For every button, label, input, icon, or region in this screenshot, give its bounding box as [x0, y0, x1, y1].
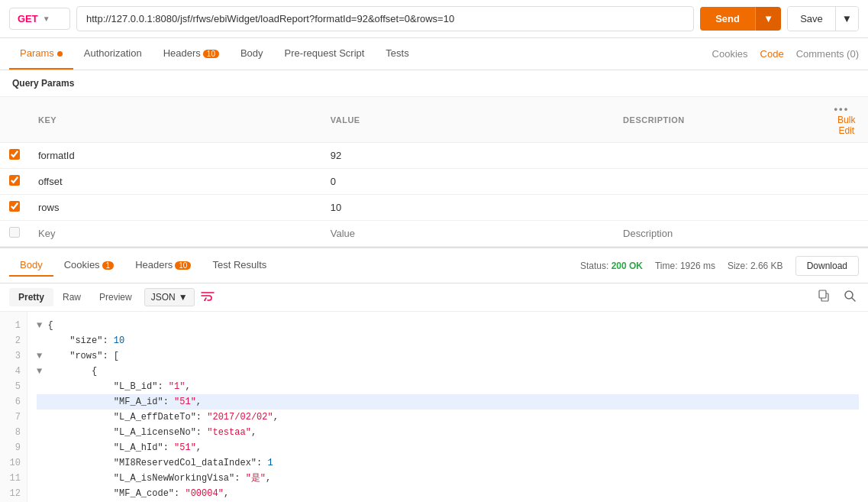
tab-headers-label: Headers	[163, 47, 201, 59]
json-line: "MF_A_id": "51",	[37, 394, 859, 410]
json-content[interactable]: ▼ { "size": 10▼ "rows": [▼ { "L_B_id": "…	[27, 312, 868, 502]
send-button[interactable]: Send	[700, 7, 755, 31]
table-row	[0, 195, 868, 221]
resp-tab-headers[interactable]: Headers10	[124, 254, 202, 277]
code-link[interactable]: Code	[760, 48, 784, 60]
col-checkbox-header	[0, 97, 29, 143]
new-key-input[interactable]	[38, 228, 312, 239]
svg-rect-1	[819, 290, 826, 298]
col-value-header: VALUE	[321, 97, 614, 143]
row-checkbox[interactable]	[9, 149, 20, 160]
value-input[interactable]	[331, 150, 605, 161]
desc-input[interactable]	[623, 202, 815, 213]
tab-prerequest-label: Pre-request Script	[285, 47, 365, 59]
request-tabs: Params Authorization Headers10 Body Pre-…	[0, 38, 868, 70]
tab-headers[interactable]: Headers10	[153, 38, 230, 70]
table-row	[0, 143, 868, 169]
resp-tab-testresults-label: Test Results	[212, 259, 266, 270]
format-bar: Pretty Raw Preview JSON ▼	[0, 283, 868, 312]
tab-authorization[interactable]: Authorization	[73, 38, 153, 70]
top-bar: GET ▼ Send ▼ Save ▼	[0, 0, 868, 38]
resp-tab-body[interactable]: Body	[9, 254, 53, 277]
query-params-title: Query Params	[0, 70, 868, 97]
tab-body[interactable]: Body	[230, 38, 274, 70]
json-line: "L_A_licenseNo": "testaa",	[37, 425, 859, 440]
fmt-tab-raw[interactable]: Raw	[53, 288, 90, 306]
tab-params-label: Params	[20, 47, 54, 59]
json-line: "MI8ReservedCol_dataIndex": 1	[37, 455, 859, 471]
response-bar: Body Cookies1 Headers10 Test Results Sta…	[0, 247, 868, 283]
json-line: "MF_A_code": "00004",	[37, 486, 859, 501]
resp-tab-cookies[interactable]: Cookies1	[53, 254, 125, 277]
status-area: Status: 200 OK Time: 1926 ms Size: 2.66 …	[580, 256, 859, 276]
line-numbers: 12345678910111213141516171819	[0, 312, 27, 502]
resp-tab-testresults[interactable]: Test Results	[202, 254, 277, 277]
table-row-empty	[0, 221, 868, 247]
desc-input[interactable]	[623, 150, 815, 161]
size-label: Size: 2.66 KB	[728, 261, 783, 271]
value-input[interactable]	[331, 202, 605, 213]
tab-prerequest[interactable]: Pre-request Script	[274, 38, 376, 70]
save-dropdown-button[interactable]: ▼	[835, 7, 858, 31]
collapse-arrow[interactable]: ▼	[37, 351, 47, 361]
send-btn-group: Send ▼	[700, 7, 781, 31]
save-btn-group: Save ▼	[787, 6, 859, 31]
col-desc-label: DESCRIPTION	[623, 115, 685, 125]
tab-body-label: Body	[240, 47, 263, 59]
col-actions-header: ••• Bulk Edit	[825, 97, 868, 143]
row-checkbox[interactable]	[9, 201, 20, 212]
tab-authorization-label: Authorization	[84, 47, 142, 59]
collapse-arrow[interactable]: ▼	[37, 366, 47, 377]
fmt-tab-preview[interactable]: Preview	[90, 288, 141, 306]
params-dot	[57, 51, 63, 57]
fmt-preview-label: Preview	[99, 292, 132, 303]
size-value: 2.66 KB	[750, 261, 783, 271]
json-select-label: JSON	[151, 292, 176, 303]
json-viewer: 12345678910111213141516171819 ▼ { "size"…	[0, 312, 868, 502]
col-key-header: KEY	[29, 97, 321, 143]
download-button[interactable]: Download	[795, 256, 859, 276]
status-value: 200 OK	[611, 261, 643, 271]
desc-input[interactable]	[623, 176, 815, 187]
resp-tab-body-label: Body	[20, 259, 43, 270]
cookies-link[interactable]: Cookies	[712, 48, 748, 60]
search-icon[interactable]	[841, 288, 859, 306]
tabs-right: Cookies Code Comments (0)	[712, 48, 859, 60]
collapse-arrow[interactable]: ▼	[37, 320, 47, 331]
new-desc-input[interactable]	[623, 228, 815, 239]
method-select[interactable]: GET ▼	[9, 8, 70, 30]
key-input[interactable]	[38, 150, 312, 161]
params-section: Query Params KEY VALUE DESCRIPTION ••• B…	[0, 70, 868, 247]
wrap-icon[interactable]	[201, 290, 215, 304]
json-line: "L_A_isNewWorkingVisa": "是",	[37, 471, 859, 486]
new-value-input[interactable]	[331, 228, 605, 239]
more-options-icon[interactable]: •••	[834, 103, 850, 115]
row-checkbox[interactable]	[9, 175, 20, 186]
key-input[interactable]	[38, 202, 312, 213]
json-line: ▼ {	[37, 318, 859, 333]
format-bar-right	[815, 288, 859, 306]
fmt-tab-pretty[interactable]: Pretty	[9, 288, 53, 306]
resp-tab-headers-label: Headers	[135, 259, 173, 270]
table-row	[0, 169, 868, 195]
resp-tab-cookies-label: Cookies	[64, 259, 100, 270]
json-chevron-icon: ▼	[179, 292, 188, 303]
fmt-pretty-label: Pretty	[18, 292, 44, 303]
value-input[interactable]	[331, 176, 605, 187]
json-format-select[interactable]: JSON ▼	[144, 288, 195, 306]
save-button[interactable]: Save	[788, 7, 835, 31]
send-dropdown-button[interactable]: ▼	[755, 7, 781, 31]
tab-tests[interactable]: Tests	[375, 38, 419, 70]
comments-link[interactable]: Comments (0)	[796, 48, 859, 60]
url-input[interactable]	[76, 6, 694, 31]
new-row-checkbox[interactable]	[9, 227, 20, 238]
json-line: "L_B_id": "1",	[37, 379, 859, 394]
copy-icon[interactable]	[815, 288, 833, 306]
headers-badge: 10	[203, 50, 219, 58]
method-chevron-icon: ▼	[43, 15, 50, 23]
status-label: Status: 200 OK	[580, 261, 643, 271]
bulk-edit-button[interactable]: Bulk Edit	[834, 115, 859, 136]
time-label: Time: 1926 ms	[655, 261, 715, 271]
tab-params[interactable]: Params	[9, 38, 73, 70]
key-input[interactable]	[38, 176, 312, 187]
